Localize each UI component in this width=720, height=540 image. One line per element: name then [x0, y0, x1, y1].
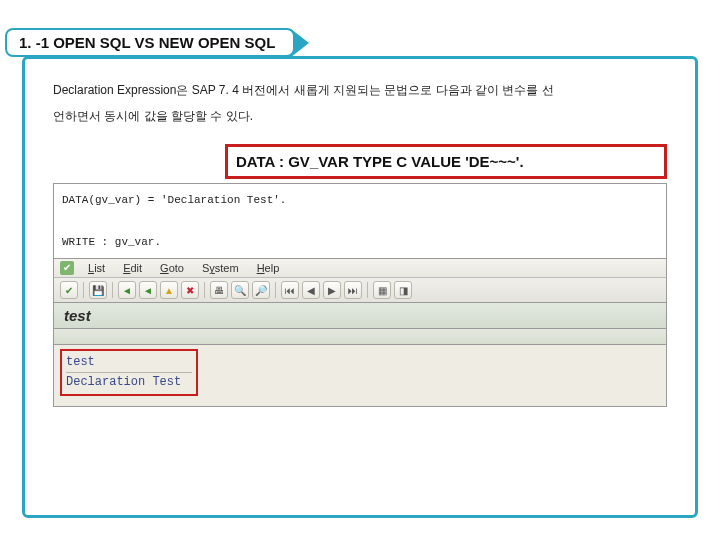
syntax-highlight-box: DATA : GV_VAR TYPE C VALUE 'DE~~~'.: [225, 144, 667, 179]
code-line-2: WRITE : gv_var.: [62, 232, 658, 253]
find-icon[interactable]: 🔍: [231, 281, 249, 299]
toolbar-sep: [112, 282, 113, 298]
output-highlight-box: test Declaration Test: [60, 349, 198, 396]
menu-system[interactable]: System: [194, 262, 247, 274]
code-block: DATA(gv_var) = 'Declaration Test'. WRITE…: [53, 183, 667, 259]
back-icon[interactable]: ◄: [118, 281, 136, 299]
cancel-icon[interactable]: ✖: [181, 281, 199, 299]
menu-bar: ✔ List Edit Goto System Help: [53, 258, 667, 278]
desc-line-1: Declaration Expression은 SAP 7. 4 버전에서 새롭…: [53, 77, 667, 103]
toolbar-sep: [275, 282, 276, 298]
menu-edit[interactable]: Edit: [115, 262, 150, 274]
menu-list[interactable]: List: [80, 262, 113, 274]
graphic-icon[interactable]: ◨: [394, 281, 412, 299]
up-icon[interactable]: ▲: [160, 281, 178, 299]
next-page-icon[interactable]: ▶: [323, 281, 341, 299]
toolbar-sep: [204, 282, 205, 298]
toolbar: ✔ 💾 ◄ ◄ ▲ ✖ 🖶 🔍 🔎 ⏮ ◀ ▶ ⏭ ▦ ◨: [53, 278, 667, 303]
menu-help[interactable]: Help: [249, 262, 288, 274]
layout-icon[interactable]: ▦: [373, 281, 391, 299]
section-band: [53, 329, 667, 345]
title-ribbon: 1. -1 OPEN SQL VS NEW OPEN SQL: [5, 28, 309, 57]
enter-icon[interactable]: ✔: [60, 281, 78, 299]
first-page-icon[interactable]: ⏮: [281, 281, 299, 299]
save-icon[interactable]: 💾: [89, 281, 107, 299]
exit-icon[interactable]: ◄: [139, 281, 157, 299]
output-area: test Declaration Test: [53, 345, 667, 407]
output-row-2: Declaration Test: [66, 373, 192, 392]
description-text: Declaration Expression은 SAP 7. 4 버전에서 새롭…: [25, 77, 695, 130]
toolbar-sep: [83, 282, 84, 298]
findnext-icon[interactable]: 🔎: [252, 281, 270, 299]
menu-goto[interactable]: Goto: [152, 262, 192, 274]
print-icon[interactable]: 🖶: [210, 281, 228, 299]
section-title: test: [53, 303, 667, 329]
code-line-1: DATA(gv_var) = 'Declaration Test'.: [62, 190, 658, 211]
last-page-icon[interactable]: ⏭: [344, 281, 362, 299]
toolbar-sep: [367, 282, 368, 298]
menu-check-icon[interactable]: ✔: [60, 261, 74, 275]
ribbon-label: 1. -1 OPEN SQL VS NEW OPEN SQL: [5, 28, 295, 57]
content-frame: Declaration Expression은 SAP 7. 4 버전에서 새롭…: [22, 56, 698, 518]
prev-page-icon[interactable]: ◀: [302, 281, 320, 299]
desc-line-2: 언하면서 동시에 값을 할당할 수 있다.: [53, 103, 667, 129]
output-row-1: test: [66, 353, 192, 373]
